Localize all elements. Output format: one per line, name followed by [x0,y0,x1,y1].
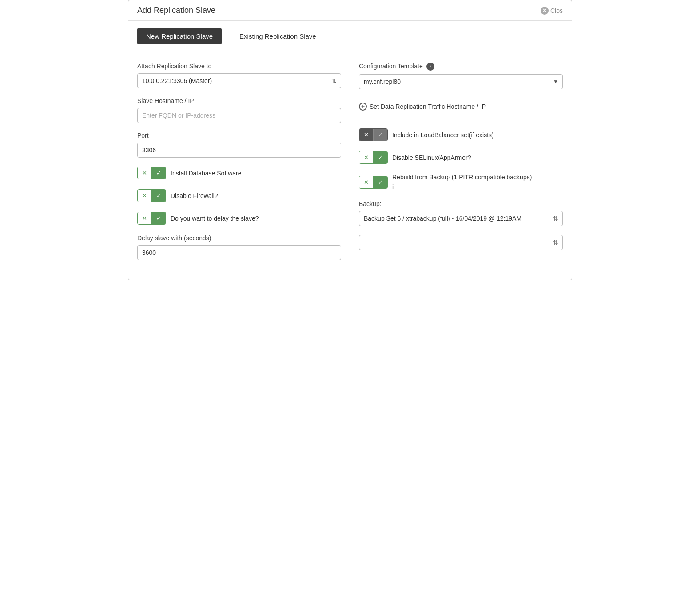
tab-new-replication-slave[interactable]: New Replication Slave [137,28,222,44]
set-replication-plus-icon: + [359,103,367,111]
attach-select-wrapper: 10.0.0.221:3306 (Master) ⇅ [137,73,341,88]
delay-slave-toggle: ✕ ✓ [137,212,166,225]
disable-selinux-toggle: ✕ ✓ [359,151,388,164]
include-lb-group: ✕ ✓ Include in LoadBalancer set(if exist… [359,128,563,141]
install-db-label: Install Database Software [171,170,242,177]
config-template-select[interactable]: my.cnf.repl80 [359,74,563,89]
config-template-select-wrapper: my.cnf.repl80 ▼ [359,74,563,89]
rebuild-backup-group: ✕ ✓ Rebuild from Backup (1 PITR compatib… [359,174,563,190]
extra-select-wrapper: ⇅ [359,235,563,250]
config-template-group: Configuration Template i my.cnf.repl80 ▼ [359,63,563,89]
modal-title: Add Replication Slave [137,6,215,15]
port-label: Port [137,132,341,139]
close-button[interactable]: ✕ Clos [541,7,563,15]
disable-firewall-x-button[interactable]: ✕ [138,190,152,202]
install-db-group: ✕ ✓ Install Database Software [137,167,341,179]
rebuild-backup-info-icon[interactable]: i [392,183,394,190]
extra-select[interactable] [359,235,563,250]
disable-selinux-group: ✕ ✓ Disable SELinux/AppArmor? [359,151,563,164]
disable-firewall-label: Disable Firewall? [171,192,218,199]
disable-firewall-toggle: ✕ ✓ [137,189,166,202]
install-db-toggle: ✕ ✓ [137,167,166,179]
set-replication-group: + Set Data Replication Traffic Hostname … [359,103,563,111]
set-replication-label: Set Data Replication Traffic Hostname / … [370,103,486,110]
add-replication-slave-modal: Add Replication Slave ✕ Clos New Replica… [128,0,572,280]
include-lb-check-button[interactable]: ✓ [374,129,387,141]
delay-seconds-input[interactable] [137,245,341,260]
delay-slave-label: Do you want to delay the slave? [171,215,259,222]
rebuild-backup-check-button[interactable]: ✓ [374,176,387,188]
rebuild-backup-x-button[interactable]: ✕ [359,176,374,188]
port-input[interactable] [137,143,341,158]
delay-seconds-label: Delay slave with (seconds) [137,234,341,242]
delay-slave-x-button[interactable]: ✕ [138,212,152,224]
slave-hostname-group: Slave Hostname / IP [137,97,341,123]
include-lb-x-button[interactable]: ✕ [359,129,374,141]
rebuild-backup-info: Rebuild from Backup (1 PITR compatible b… [392,174,532,190]
install-db-check-button[interactable]: ✓ [152,167,166,179]
slave-hostname-label: Slave Hostname / IP [137,97,341,104]
tab-existing-replication-slave[interactable]: Existing Replication Slave [231,28,325,44]
backup-group: Backup: Backup Set 6 / xtrabackup (full)… [359,200,563,226]
port-group: Port [137,132,341,158]
disable-selinux-x-button[interactable]: ✕ [359,151,374,163]
delay-slave-group: ✕ ✓ Do you want to delay the slave? [137,212,341,225]
disable-selinux-label: Disable SELinux/AppArmor? [392,154,471,161]
config-template-info-icon[interactable]: i [426,63,434,71]
disable-firewall-group: ✕ ✓ Disable Firewall? [137,189,341,202]
backup-select-wrapper: Backup Set 6 / xtrabackup (full) - 16/04… [359,211,563,226]
modal-header: Add Replication Slave ✕ Clos [128,0,572,21]
backup-select[interactable]: Backup Set 6 / xtrabackup (full) - 16/04… [359,211,563,226]
extra-dropdown-group: ⇅ [359,235,563,250]
include-lb-toggle: ✕ ✓ [359,128,388,141]
disable-selinux-check-button[interactable]: ✓ [374,151,387,163]
attach-select[interactable]: 10.0.0.221:3306 (Master) [137,73,341,88]
delay-seconds-group: Delay slave with (seconds) [137,234,341,260]
tabs-container: New Replication Slave Existing Replicati… [128,21,572,52]
set-replication-link[interactable]: + Set Data Replication Traffic Hostname … [359,103,563,111]
backup-label: Backup: [359,200,563,207]
form-grid: Attach Replication Slave to 10.0.0.221:3… [137,63,563,269]
include-lb-label: Include in LoadBalancer set(if exists) [392,131,494,139]
left-column: Attach Replication Slave to 10.0.0.221:3… [137,63,341,269]
right-column: Configuration Template i my.cnf.repl80 ▼… [359,63,563,269]
install-db-x-button[interactable]: ✕ [138,167,152,179]
config-template-label: Configuration Template i [359,63,563,71]
disable-firewall-check-button[interactable]: ✓ [152,190,166,202]
rebuild-backup-toggle: ✕ ✓ [359,176,388,189]
close-icon: ✕ [541,7,549,15]
attach-label: Attach Replication Slave to [137,63,341,70]
rebuild-backup-label: Rebuild from Backup (1 PITR compatible b… [392,174,532,181]
slave-hostname-input[interactable] [137,108,341,123]
close-label: Clos [550,7,563,14]
modal-body: Attach Replication Slave to 10.0.0.221:3… [128,52,572,280]
delay-slave-check-button[interactable]: ✓ [152,212,166,224]
attach-replication-group: Attach Replication Slave to 10.0.0.221:3… [137,63,341,88]
